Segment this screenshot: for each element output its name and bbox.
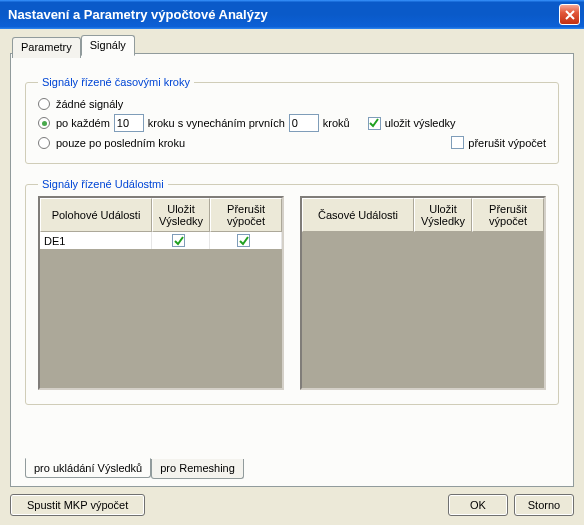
chk-save-results[interactable] xyxy=(368,117,381,130)
cell-event-name: DE1 xyxy=(40,232,152,249)
run-fem-button[interactable]: Spustit MKP výpočet xyxy=(10,494,145,516)
cell-left-save[interactable] xyxy=(152,232,210,249)
col-right-save[interactable]: Uložit Výsledky xyxy=(414,198,472,232)
top-tabstrip: Parametry Signály xyxy=(12,35,135,56)
group-event-legend: Signály řízené Událostmi xyxy=(38,178,168,190)
client-area: Parametry Signály Signály řízené časovým… xyxy=(0,29,584,525)
table-row[interactable]: DE1 xyxy=(40,232,282,249)
radio-none-label: žádné signály xyxy=(56,98,123,110)
radio-last-label: pouze po posledním kroku xyxy=(56,137,185,149)
chk-save-label: uložit výsledky xyxy=(385,117,456,129)
group-time-signals: Signály řízené časovými kroky žádné sign… xyxy=(25,76,559,164)
group-event-signals: Signály řízené Událostmi Polohové Událos… xyxy=(25,178,559,405)
col-time-events[interactable]: Časové Události xyxy=(302,198,414,232)
close-icon xyxy=(565,10,575,20)
radio-every-pre: po každém xyxy=(56,117,110,129)
tab-parametry[interactable]: Parametry xyxy=(12,37,81,58)
btab-save-results[interactable]: pro ukládání Výsledků xyxy=(25,458,151,478)
list-time-events[interactable]: Časové Události Uložit Výsledky Přerušit… xyxy=(300,196,546,390)
cell-left-interrupt[interactable] xyxy=(210,232,282,249)
ok-button[interactable]: OK xyxy=(448,494,508,516)
bottom-tabstrip: pro ukládání Výsledků pro Remeshing xyxy=(25,459,244,479)
chk-interrupt-label: přerušit výpočet xyxy=(468,137,546,149)
check-icon xyxy=(239,236,249,246)
btab-remeshing[interactable]: pro Remeshing xyxy=(151,459,244,479)
col-pos-events[interactable]: Polohové Události xyxy=(40,198,152,232)
close-button[interactable] xyxy=(559,4,580,25)
tab-page-signaly: Signály řízené časovými kroky žádné sign… xyxy=(10,53,574,487)
radio-every-post: kroků xyxy=(323,117,350,129)
check-icon xyxy=(174,236,184,246)
col-left-save[interactable]: Uložit Výsledky xyxy=(152,198,210,232)
col-right-interrupt[interactable]: Přerušit výpočet xyxy=(472,198,544,232)
dialog-buttons: OK Storno xyxy=(448,494,574,516)
radio-last[interactable] xyxy=(38,137,50,149)
check-icon xyxy=(369,118,379,128)
title-bar: Nastavení a Parametry výpočtové Analýzy xyxy=(0,0,584,29)
cancel-button[interactable]: Storno xyxy=(514,494,574,516)
chk-interrupt[interactable] xyxy=(451,136,464,149)
radio-every-mid: kroku s vynecháním prvních xyxy=(148,117,285,129)
tab-signaly[interactable]: Signály xyxy=(81,35,135,56)
list-position-events[interactable]: Polohové Události Uložit Výsledky Přeruš… xyxy=(38,196,284,390)
col-left-interrupt[interactable]: Přerušit výpočet xyxy=(210,198,282,232)
step-input[interactable] xyxy=(114,114,144,132)
group-time-legend: Signály řízené časovými kroky xyxy=(38,76,194,88)
skip-input[interactable] xyxy=(289,114,319,132)
window-title: Nastavení a Parametry výpočtové Analýzy xyxy=(8,7,559,22)
radio-every[interactable] xyxy=(38,117,50,129)
radio-none[interactable] xyxy=(38,98,50,110)
